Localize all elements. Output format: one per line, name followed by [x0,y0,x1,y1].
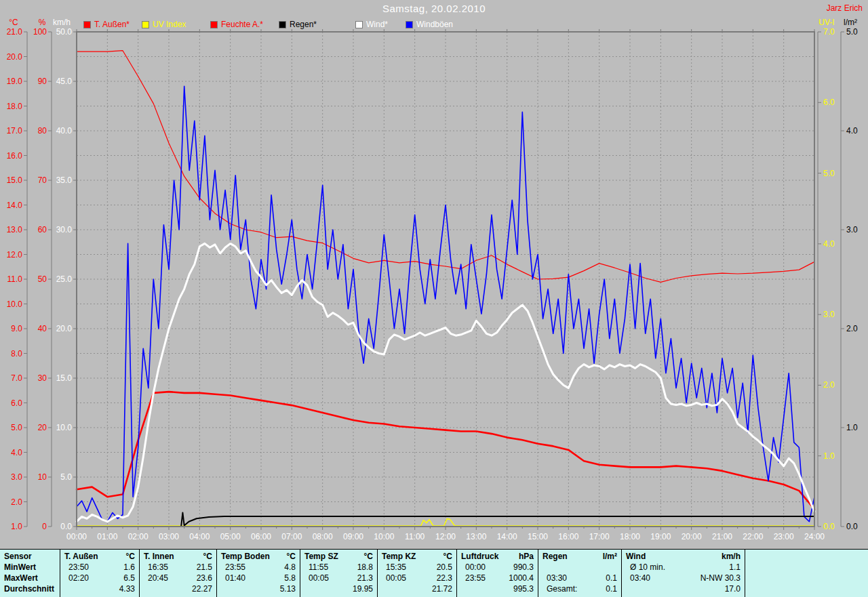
cell-min-value: 1.6 [123,562,135,573]
svg-text:13.0: 13.0 [7,225,23,234]
axis-uv: 0.01.02.03.04.05.06.07.0UV-I [818,18,835,531]
cell-max-value: 1000.4 [509,573,534,583]
svg-text:11.0: 11.0 [7,274,23,284]
svg-text:4.0: 4.0 [11,448,22,457]
column-unit: °C [203,551,212,562]
row-label-minwert: MinWert [4,562,36,573]
cell-max-value: 5.8 [284,573,296,583]
cell-min-value: 18.8 [357,562,373,573]
column-name: Regen [542,551,568,562]
svg-text:16:00: 16:00 [558,532,578,541]
cell-max-time: 02:20 [64,573,89,583]
row-label-durchschnitt: Durchschnitt [4,583,54,594]
row-label-maxwert: MaxWert [4,573,38,583]
svg-text:20: 20 [38,423,47,432]
svg-text:12.0: 12.0 [7,250,23,260]
svg-text:7.0: 7.0 [823,27,835,37]
table-column-t-aussen: T. Außen°C23:501.602:206.54.33 [60,550,140,597]
cell-max-value: N-NW 30.3 [701,573,741,583]
row-label-sensor: Sensor [4,551,32,562]
cell-avg-time [64,583,68,594]
cell-min-time: Ø 10 min. [626,562,665,573]
cell-avg-value: 19.95 [353,583,373,594]
svg-text:05:00: 05:00 [220,532,241,541]
table-column-wind: Windkm/hØ 10 min.1.103:40N-NW 30.317.0 [622,550,745,597]
cell-min-value: 20.5 [437,562,452,573]
svg-text:9.0: 9.0 [11,324,22,333]
cell-max-value: 0.1 [606,573,617,583]
svg-text:1.0: 1.0 [823,451,835,461]
axis-percent: 0102030405060708090100% [33,18,52,531]
svg-text:4.0: 4.0 [846,126,858,136]
axis-unit-kmh: km/h [53,18,71,27]
svg-text:3.0: 3.0 [823,310,835,319]
svg-text:12:00: 12:00 [435,532,456,541]
svg-text:50.0: 50.0 [56,27,73,37]
table-filler [745,550,868,597]
svg-text:24:00: 24:00 [804,532,825,541]
svg-text:80: 80 [38,126,47,136]
column-name: Temp Boden [221,551,270,562]
axis-unit-lm2: l/m² [844,18,857,27]
svg-text:1.0: 1.0 [846,423,858,432]
cell-max-time: 20:45 [144,573,168,583]
cell-avg-time [144,583,148,594]
table-column-temp-sz: Temp SZ°C11:5518.800:0521.319.95 [300,550,378,597]
svg-text:14.0: 14.0 [7,201,23,210]
column-unit: °C [287,551,296,562]
svg-text:0.0: 0.0 [60,522,72,531]
svg-text:07:00: 07:00 [281,532,302,541]
svg-text:3.0: 3.0 [846,225,858,234]
cell-avg-time [221,583,225,594]
cell-avg-value: 22.27 [192,583,212,594]
cell-max-time: 01:40 [221,573,245,583]
svg-text:10.0: 10.0 [7,300,23,309]
cell-min-value: 1.1 [729,562,741,573]
column-unit: °C [364,551,373,562]
svg-text:21.0: 21.0 [7,27,23,37]
table-column-temp-kz: Temp KZ°C15:3520.500:0522.321.72 [378,550,457,597]
svg-text:20.0: 20.0 [56,324,73,333]
column-unit: hPa [519,551,534,562]
cell-min-time: 16:35 [144,562,168,573]
svg-text:20.0: 20.0 [7,52,23,62]
svg-text:70: 70 [38,176,47,185]
svg-text:5.0: 5.0 [60,472,72,482]
svg-text:25.0: 25.0 [56,274,73,284]
column-unit: l/m² [603,551,617,562]
svg-text:18.0: 18.0 [7,102,23,111]
svg-text:11:00: 11:00 [405,532,425,541]
cell-min-time [542,562,547,573]
cell-min-time: 00:00 [461,562,486,573]
svg-text:10.0: 10.0 [56,423,73,432]
svg-text:08:00: 08:00 [313,532,333,541]
svg-text:04:00: 04:00 [189,532,210,541]
column-unit: °C [443,551,452,562]
svg-text:09:00: 09:00 [343,532,363,541]
svg-text:0.0: 0.0 [846,522,858,531]
cell-avg-time [461,583,465,594]
column-name: Temp SZ [304,551,338,562]
cell-max-time: 00:05 [304,573,329,583]
axis-kmh: 0.05.010.015.020.025.030.035.040.045.050… [53,18,77,531]
svg-text:2.0: 2.0 [846,324,858,333]
svg-text:40: 40 [38,324,47,333]
cell-max-time: 03:40 [626,573,650,583]
table-column-regen: Regenl/m²03:300.1Gesamt:0.1 [538,550,622,597]
cell-avg-time [304,583,309,594]
svg-text:10:00: 10:00 [374,532,394,541]
svg-text:18:00: 18:00 [620,532,640,541]
svg-text:15.0: 15.0 [56,373,73,383]
svg-text:00:00: 00:00 [66,532,87,541]
series-t-aussen [77,392,814,509]
svg-text:100: 100 [33,27,47,37]
summary-table: SensorMinWertMaxWertDurchschnittT. Außen… [0,549,868,597]
svg-text:3.0: 3.0 [11,472,22,482]
svg-text:5.0: 5.0 [11,423,22,432]
column-name: Wind [626,551,646,562]
svg-text:90: 90 [38,77,47,86]
svg-text:8.0: 8.0 [11,349,22,358]
svg-text:10: 10 [38,472,47,482]
svg-text:0.0: 0.0 [823,522,835,531]
svg-text:20:00: 20:00 [682,532,702,541]
